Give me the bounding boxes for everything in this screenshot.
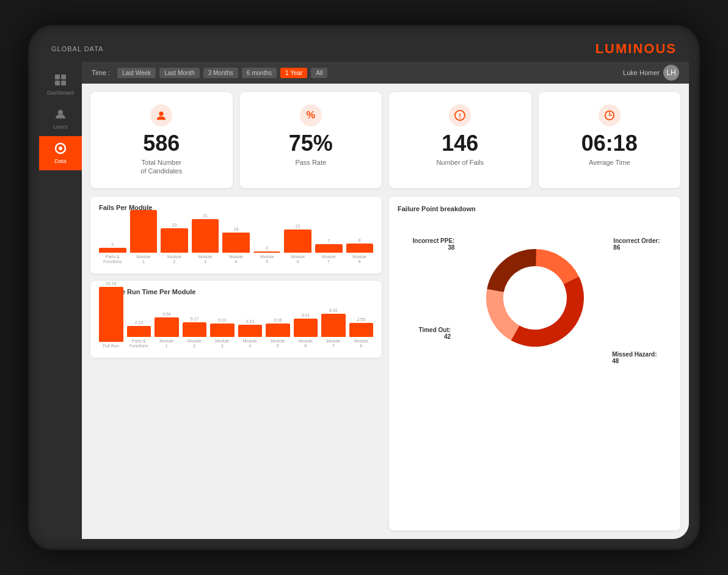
bar-group: 3:41 Module6 — [294, 313, 318, 349]
bar-group: 22 Module6 — [284, 224, 311, 265]
fails-bar-chart: 2 Parts &Functions 42 Module1 23 Module2… — [99, 217, 373, 266]
bar-label: Module1 — [159, 339, 173, 349]
bar-label: Full Run — [103, 344, 119, 349]
bar-group: 4:58 Module1 — [155, 312, 179, 349]
time-btn-all[interactable]: All — [311, 68, 327, 78]
bar-label: Parts &Functions — [129, 339, 148, 349]
bar-label: Module7 — [326, 339, 340, 349]
label-incorrect-ppe: Incorrect PPE:38 — [413, 237, 455, 251]
avgtime-value: 06:18 — [581, 132, 638, 154]
bar-count: 31 — [203, 214, 208, 218]
svg-rect-1 — [61, 74, 66, 79]
app-title: GLOBAL DATA — [51, 45, 103, 52]
candidates-label: Total Numberof Candidates — [140, 158, 182, 176]
bar-group: 26:16 Full Run — [99, 281, 123, 349]
svg-text:!: ! — [459, 112, 461, 120]
sidebar-label-users: Users — [53, 124, 68, 130]
failure-breakdown-card: Failure Point breakdown Incorrect PPE:38 — [389, 197, 680, 530]
bar — [294, 319, 318, 337]
bar-count: 7 — [327, 239, 330, 243]
avg-run-time-card: Average Run Time Per Module 26:16 Full R… — [90, 281, 382, 358]
bar-label: Module3 — [198, 255, 212, 265]
bar-count: 2:55 — [357, 317, 365, 322]
time-btn-1year[interactable]: 1 Year — [280, 68, 307, 78]
bar-label: Module2 — [167, 255, 181, 265]
bar — [99, 287, 123, 342]
bar-count: 8 — [359, 238, 361, 242]
bar-count: 2 — [111, 242, 114, 247]
bar-label: Module6 — [299, 339, 313, 349]
bar — [253, 251, 281, 253]
bar-group: 42 Module1 — [130, 204, 158, 265]
passrate-label: Pass Rate — [295, 158, 326, 167]
bar — [349, 323, 374, 337]
fails-per-module-card: Fails Per Module 2 Parts &Functions 42 M… — [90, 197, 382, 273]
bar-group: 4:32 Module7 — [321, 308, 346, 349]
bar-label: Module3 — [215, 339, 229, 349]
time-btn-3months[interactable]: 3 Months — [203, 68, 238, 78]
sidebar-item-data[interactable]: Data — [39, 136, 82, 170]
time-btn-lastmonth[interactable]: Last Month — [159, 68, 199, 78]
bar — [222, 233, 250, 253]
bar-label: Module5 — [271, 339, 285, 349]
bar-label: Module4 — [229, 255, 243, 265]
bar-label: Module8 — [352, 255, 366, 265]
bar-count: 9:23 — [218, 318, 227, 322]
app-logo: LUMINOUS — [595, 41, 677, 57]
time-btn-lastweek[interactable]: Last Week — [117, 68, 156, 78]
bar-count: 3:26 — [274, 318, 282, 322]
passrate-icon: % — [300, 104, 322, 126]
label-incorrect-order: Incorrect Order:86 — [613, 237, 660, 251]
users-icon — [54, 108, 67, 122]
bar — [346, 244, 374, 253]
bar — [238, 325, 263, 337]
main-area: Dashboard Users — [39, 62, 689, 539]
bar-label: Module6 — [291, 255, 305, 265]
bar — [127, 326, 151, 337]
bar-count: 2:12 — [134, 320, 143, 325]
stat-card-passrate: % 75% Pass Rate — [240, 92, 382, 188]
bar-group: 2 Parts &Functions — [99, 242, 126, 265]
sidebar-item-users[interactable]: Users — [39, 102, 82, 136]
candidates-icon — [150, 104, 172, 126]
svg-rect-0 — [55, 74, 60, 79]
passrate-value: 75% — [289, 132, 333, 154]
bar-group: 19 Module4 — [222, 227, 250, 265]
sidebar-label-dashboard: Dashboard — [47, 90, 74, 96]
bar-label: Module2 — [187, 339, 202, 349]
failure-breakdown-title: Failure Point breakdown — [398, 205, 672, 212]
donut-chart — [468, 231, 602, 365]
user-name: Luke Homer — [623, 69, 660, 76]
sidebar-item-dashboard[interactable]: Dashboard — [39, 68, 82, 102]
bar — [210, 324, 235, 337]
avgtime-label: Average Time — [589, 158, 630, 167]
fails-icon: ! — [449, 104, 471, 126]
time-btn-6months[interactable]: 6 months — [242, 68, 277, 78]
label-timed-out: Timed Out:42 — [419, 327, 451, 340]
data-icon — [54, 142, 67, 156]
bar-count: 26:16 — [106, 281, 117, 286]
dashboard-icon — [54, 74, 67, 88]
stat-cards: 586 Total Numberof Candidates % 75% Pass… — [90, 92, 680, 188]
bar-group: 8 Module8 — [346, 238, 374, 265]
bar-group: 9:23 Module3 — [210, 318, 235, 349]
bar-group: 0 Module5 — [253, 246, 281, 265]
donut-area: Incorrect PPE:38 Incorrect Order:86 Time… — [398, 219, 672, 380]
tablet-frame: GLOBAL DATA LUMINOUS Dashboard — [28, 25, 700, 550]
avatar: LH — [663, 65, 679, 81]
sidebar: Dashboard Users — [39, 62, 82, 539]
bar-count: 42 — [141, 204, 146, 209]
svg-point-6 — [59, 146, 62, 150]
candidates-value: 586 — [143, 132, 180, 154]
bar — [266, 324, 290, 337]
tablet-screen: GLOBAL DATA LUMINOUS Dashboard — [39, 36, 689, 539]
bar-group: 3:26 Module5 — [266, 318, 290, 349]
user-info: Luke Homer LH — [623, 65, 679, 81]
bar-count: 22 — [296, 224, 300, 228]
bar-group: 2:55 Module8 — [349, 317, 374, 349]
top-bar: GLOBAL DATA LUMINOUS — [39, 36, 689, 62]
content-area: Time : Last Week Last Month 3 Months 6 m… — [82, 62, 689, 539]
bar — [183, 322, 207, 337]
bar-group: 5:17 Module2 — [183, 317, 207, 349]
svg-rect-3 — [61, 81, 66, 85]
